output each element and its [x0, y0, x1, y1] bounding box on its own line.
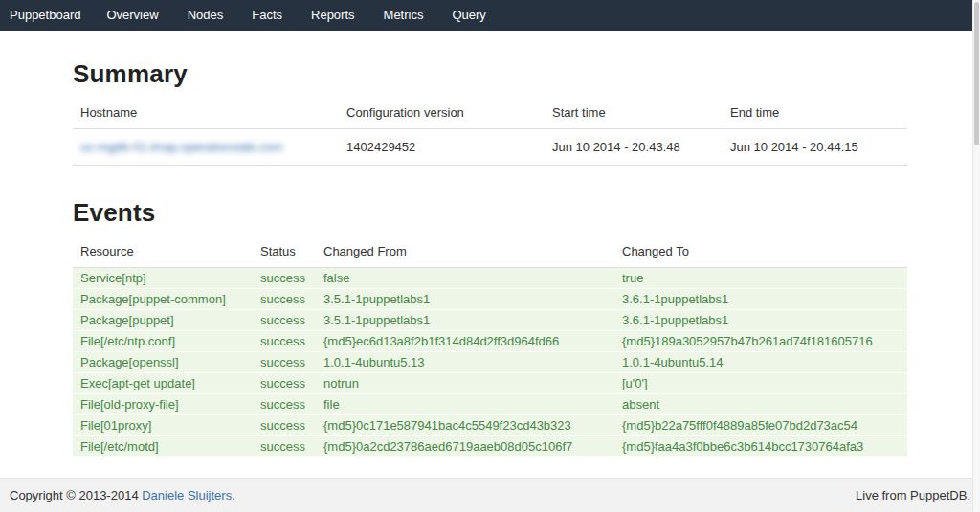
- event-status: success: [253, 331, 316, 352]
- event-changed-from: {md5}0a2cd23786aed6719aaeb08d05c106f7: [316, 436, 614, 457]
- event-status: success: [253, 310, 316, 331]
- event-status: success: [253, 436, 316, 457]
- nav-brand-puppetboard[interactable]: Puppetboard: [0, 0, 92, 31]
- summary-row: uc-mgdb-01.imap.operationslab.com 140242…: [73, 129, 907, 166]
- event-status: success: [253, 268, 316, 289]
- event-status: success: [253, 289, 316, 310]
- event-changed-from: {md5}ec6d13a8f2b1f314d84d2ff3d964fd66: [316, 331, 614, 352]
- start-time-value: Jun 10 2014 - 20:43:48: [545, 129, 723, 166]
- event-resource: Service[ntp]: [73, 268, 253, 289]
- event-changed-from: false: [316, 268, 614, 289]
- nav-item-nodes[interactable]: Nodes: [173, 0, 238, 31]
- summary-table: Hostname Configuration version Start tim…: [73, 97, 907, 166]
- event-changed-to: {md5}b22a75fff0f4889a85fe07bd2d73ac54: [614, 415, 907, 436]
- events-heading: Events: [73, 198, 907, 228]
- event-row: File[/etc/ntp.conf] success {md5}ec6d13a…: [73, 331, 907, 352]
- end-time-value: Jun 10 2014 - 20:44:15: [723, 129, 907, 166]
- events-col-changed-to: Changed To: [614, 235, 907, 268]
- summary-col-hostname: Hostname: [73, 97, 339, 129]
- events-col-resource: Resource: [73, 235, 253, 268]
- event-row: Package[openssl] success 1.0.1-4ubuntu5.…: [73, 352, 907, 373]
- event-changed-to: absent: [614, 394, 907, 415]
- event-changed-from: {md5}0c171e587941bac4c5549f23cd43b323: [316, 415, 614, 436]
- event-resource: File[01proxy]: [73, 415, 253, 436]
- nav-item-metrics[interactable]: Metrics: [369, 0, 438, 31]
- copyright-text: Copyright © 2013-2014 Daniele Sluijters.: [10, 488, 235, 502]
- event-row: Service[ntp] success false true: [73, 268, 907, 289]
- event-changed-to: 3.6.1-1puppetlabs1: [614, 310, 907, 331]
- top-navbar: Puppetboard Overview Nodes Facts Reports…: [0, 0, 980, 31]
- summary-col-config-version: Configuration version: [339, 97, 545, 129]
- event-row: Package[puppet] success 3.5.1-1puppetlab…: [73, 310, 907, 331]
- event-resource: Package[puppet-common]: [73, 289, 253, 310]
- event-row: File[/etc/motd] success {md5}0a2cd23786a…: [73, 436, 907, 457]
- event-status: success: [253, 373, 316, 394]
- summary-col-start-time: Start time: [545, 97, 723, 129]
- nav-item-reports[interactable]: Reports: [297, 0, 369, 31]
- copyright-suffix: .: [232, 488, 235, 502]
- nav-item-query[interactable]: Query: [437, 0, 500, 31]
- copyright-prefix: Copyright © 2013-2014: [10, 488, 142, 502]
- summary-heading: Summary: [73, 59, 907, 89]
- scrollbar-track[interactable]: [972, 0, 980, 512]
- events-table: Resource Status Changed From Changed To …: [73, 235, 907, 457]
- event-resource: Exec[apt-get update]: [73, 373, 253, 394]
- event-resource: Package[openssl]: [73, 352, 253, 373]
- event-changed-from: notrun: [316, 373, 614, 394]
- event-status: success: [253, 352, 316, 373]
- puppetdb-status: Live from PuppetDB.: [856, 488, 970, 502]
- events-header-row: Resource Status Changed From Changed To: [73, 235, 907, 268]
- event-changed-from: 3.5.1-1puppetlabs1: [316, 310, 614, 331]
- event-changed-to: true: [614, 268, 907, 289]
- event-changed-to: [u'0']: [614, 373, 907, 394]
- event-changed-from: file: [316, 394, 614, 415]
- event-changed-to: 1.0.1-4ubuntu5.14: [614, 352, 907, 373]
- page-footer: Copyright © 2013-2014 Daniele Sluijters.…: [0, 478, 980, 512]
- scrollbar-thumb[interactable]: [974, 2, 979, 145]
- event-changed-from: 1.0.1-4ubuntu5.13: [316, 352, 614, 373]
- event-changed-from: 3.5.1-1puppetlabs1: [316, 289, 614, 310]
- event-changed-to: 3.6.1-1puppetlabs1: [614, 289, 907, 310]
- event-status: success: [253, 415, 316, 436]
- events-col-status: Status: [253, 235, 316, 268]
- events-col-changed-from: Changed From: [316, 235, 614, 268]
- event-changed-to: {md5}189a3052957b47b261ad74f181605716: [614, 331, 907, 352]
- nav-item-facts[interactable]: Facts: [237, 0, 297, 31]
- summary-header-row: Hostname Configuration version Start tim…: [73, 97, 907, 129]
- config-version-value: 1402429452: [339, 129, 545, 166]
- event-resource: Package[puppet]: [73, 310, 253, 331]
- summary-col-end-time: End time: [723, 97, 907, 129]
- author-link[interactable]: Daniele Sluijters: [142, 488, 232, 502]
- main-content: Summary Hostname Configuration version S…: [0, 31, 980, 478]
- event-changed-to: {md5}faa4a3f0bbe6c3b614bcc1730764afa3: [614, 436, 907, 457]
- event-row: Exec[apt-get update] success notrun [u'0…: [73, 373, 907, 394]
- event-row: Package[puppet-common] success 3.5.1-1pu…: [73, 289, 907, 310]
- nav-item-overview[interactable]: Overview: [92, 0, 172, 31]
- event-row: File[old-proxy-file] success file absent: [73, 394, 907, 415]
- hostname-link[interactable]: uc-mgdb-01.imap.operationslab.com: [80, 140, 282, 154]
- event-resource: File[/etc/ntp.conf]: [73, 331, 253, 352]
- event-resource: File[old-proxy-file]: [73, 394, 253, 415]
- event-status: success: [253, 394, 316, 415]
- event-resource: File[/etc/motd]: [73, 436, 253, 457]
- event-row: File[01proxy] success {md5}0c171e587941b…: [73, 415, 907, 436]
